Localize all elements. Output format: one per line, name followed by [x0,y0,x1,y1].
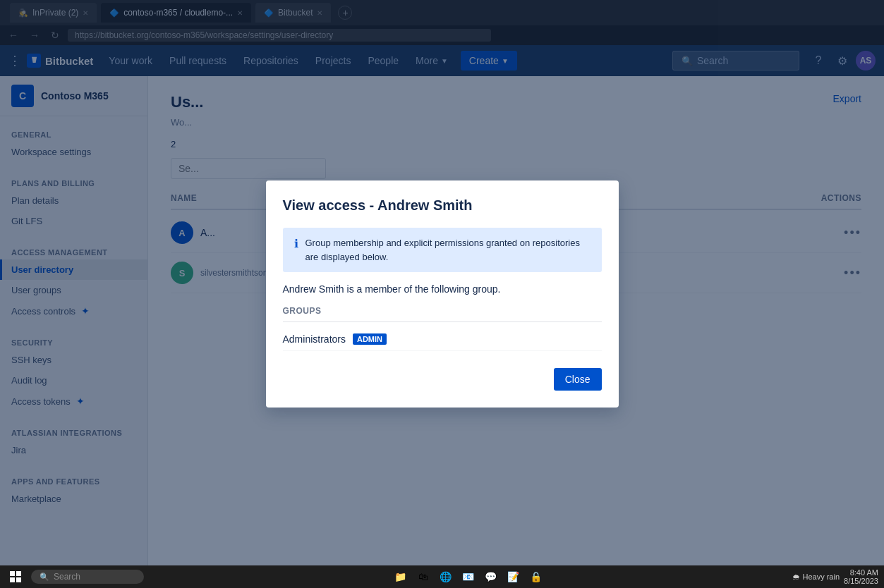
modal-member-text: Andrew Smith is a member of the followin… [283,283,602,295]
modal-close-button[interactable]: Close [554,368,602,391]
groups-label: Groups [283,306,602,322]
modal-overlay: View access - Andrew Smith ℹ Group membe… [0,0,884,588]
modal-info-text: Group membership and explicit permission… [305,236,591,264]
taskbar-search[interactable]: 🔍 Search [31,570,144,584]
taskbar-right: 🌧 Heavy rain 8:40 AM 8/15/2023 [792,568,878,585]
taskbar-app-chrome[interactable]: 🌐 [436,567,456,587]
taskbar: 🔍 Search 📁 🛍 🌐 📧 💬 📝 🔒 🌧 Heavy rain 8:40… [0,565,884,588]
taskbar-app-outlook[interactable]: 📧 [459,567,478,587]
taskbar-app-security[interactable]: 🔒 [526,567,546,587]
modal-footer: Close [283,368,602,391]
svg-rect-0 [10,571,15,576]
taskbar-app-teams[interactable]: 💬 [481,567,501,587]
svg-rect-2 [10,577,15,582]
taskbar-apps: 📁 🛍 🌐 📧 💬 📝 🔒 [391,567,546,587]
taskbar-search-icon: 🔍 [40,572,49,582]
svg-rect-3 [16,577,21,582]
weather-info: 🌧 Heavy rain [792,572,840,581]
modal-title: View access - Andrew Smith [283,197,602,214]
taskbar-app-explorer[interactable]: 📁 [391,567,411,587]
taskbar-app-store[interactable]: 🛍 [413,567,433,587]
group-row-administrators: Administrators ADMIN [283,328,602,351]
admin-badge: ADMIN [353,333,387,345]
taskbar-app-word[interactable]: 📝 [504,567,523,587]
group-name: Administrators [283,333,346,345]
taskbar-clock: 8:40 AM 8/15/2023 [844,568,878,585]
info-icon: ℹ [294,237,298,250]
view-access-modal: View access - Andrew Smith ℹ Group membe… [266,180,619,408]
svg-rect-1 [16,571,21,576]
modal-info-box: ℹ Group membership and explicit permissi… [283,228,602,272]
start-button[interactable] [6,567,25,587]
